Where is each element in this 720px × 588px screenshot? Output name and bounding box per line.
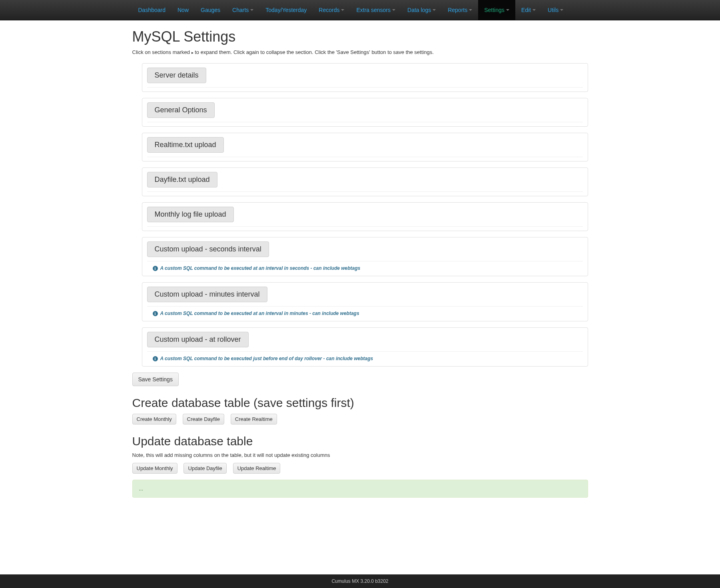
status-alert: ... — [132, 480, 588, 498]
section-info-text: A custom SQL command to be executed at a… — [160, 265, 361, 271]
section-toggle[interactable]: Realtime.txt upload — [147, 137, 224, 153]
nav-item-label: Charts — [232, 6, 249, 14]
nav-item-records[interactable]: Records — [313, 0, 350, 20]
update-realtime-button[interactable]: Update Realtime — [233, 463, 281, 474]
nav-item-extra-sensors[interactable]: Extra sensors — [350, 0, 401, 20]
nav-item-data-logs[interactable]: Data logs — [401, 0, 442, 20]
update-monthly-button[interactable]: Update Monthly — [132, 463, 178, 474]
panel-divider — [147, 157, 583, 157]
nav-item-label: Data logs — [407, 6, 431, 14]
nav-item-now[interactable]: Now — [172, 0, 195, 20]
section-toggle[interactable]: General Options — [147, 102, 215, 118]
settings-panel: Custom upload - minutes intervaliA custo… — [142, 282, 588, 321]
nav-item-dashboard[interactable]: Dashboard — [132, 0, 172, 20]
nav-item-label: Edit — [521, 6, 531, 14]
section-info: iA custom SQL command to be executed at … — [153, 265, 583, 271]
update-dayfile-button[interactable]: Update Dayfile — [183, 463, 226, 474]
nav-item-reports[interactable]: Reports — [442, 0, 478, 20]
nav-item-label: Utils — [548, 6, 558, 14]
nav-item-label: Reports — [448, 6, 467, 14]
chevron-down-icon — [392, 9, 395, 11]
section-info-text: A custom SQL command to be executed just… — [160, 356, 373, 361]
settings-panel: Monthly log file upload — [142, 202, 588, 231]
chevron-down-icon — [560, 9, 563, 11]
settings-panel: Server details — [142, 63, 588, 92]
settings-panel: Custom upload - at rolloveriA custom SQL… — [142, 327, 588, 367]
section-info-text: A custom SQL command to be executed at a… — [160, 311, 359, 316]
panel-divider — [147, 191, 583, 192]
page-title: MySQL Settings — [132, 28, 588, 45]
page-help-text: Click on sections marked ▸ to expand the… — [132, 49, 588, 55]
nav-item-label: Now — [178, 6, 189, 14]
nav-item-label: Gauges — [201, 6, 220, 14]
settings-panel: General Options — [142, 98, 588, 127]
settings-panel: Custom upload - seconds intervaliA custo… — [142, 237, 588, 276]
section-toggle[interactable]: Server details — [147, 68, 206, 83]
settings-panel: Realtime.txt upload — [142, 133, 588, 161]
info-icon: i — [153, 311, 158, 316]
main-navbar: DashboardNowGaugesChartsToday/YesterdayR… — [0, 0, 720, 20]
nav-item-label: Records — [319, 6, 339, 14]
nav-item-edit[interactable]: Edit — [515, 0, 542, 20]
chevron-down-icon — [433, 9, 436, 11]
save-settings-button[interactable]: Save Settings — [132, 373, 179, 386]
nav-item-label: Today/Yesterday — [265, 6, 307, 14]
update-table-heading: Update database table — [132, 435, 588, 448]
panel-divider — [147, 261, 583, 261]
chevron-down-icon — [341, 9, 344, 11]
create-monthly-button[interactable]: Create Monthly — [132, 414, 176, 425]
panel-divider — [147, 122, 583, 122]
section-toggle[interactable]: Custom upload - at rollover — [147, 332, 249, 347]
section-info: iA custom SQL command to be executed jus… — [153, 356, 583, 361]
chevron-down-icon — [533, 9, 536, 11]
nav-item-utils[interactable]: Utils — [542, 0, 569, 20]
panel-divider — [147, 87, 583, 88]
info-icon: i — [153, 266, 158, 271]
panel-divider — [147, 351, 583, 352]
nav-item-label: Extra sensors — [356, 6, 391, 14]
chevron-down-icon — [506, 9, 509, 11]
footer-version: Cumulus MX 3.20.0 b3202 — [331, 578, 388, 584]
section-info: iA custom SQL command to be executed at … — [153, 311, 583, 316]
chevron-down-icon — [469, 9, 472, 11]
chevron-down-icon — [250, 9, 253, 11]
panel-divider — [147, 306, 583, 307]
nav-item-gauges[interactable]: Gauges — [195, 0, 226, 20]
nav-item-charts[interactable]: Charts — [226, 0, 259, 20]
create-realtime-button[interactable]: Create Realtime — [231, 414, 277, 425]
settings-panel: Dayfile.txt upload — [142, 167, 588, 196]
panel-divider — [147, 226, 583, 227]
footer: Cumulus MX 3.20.0 b3202 — [0, 574, 720, 588]
create-dayfile-button[interactable]: Create Dayfile — [183, 414, 224, 425]
section-toggle[interactable]: Custom upload - minutes interval — [147, 287, 267, 302]
info-icon: i — [153, 356, 158, 361]
section-toggle[interactable]: Dayfile.txt upload — [147, 172, 217, 187]
nav-item-label: Dashboard — [138, 6, 166, 14]
nav-item-settings[interactable]: Settings — [478, 0, 515, 20]
nav-item-today-yesterday[interactable]: Today/Yesterday — [259, 0, 313, 20]
section-toggle[interactable]: Monthly log file upload — [147, 207, 234, 222]
section-toggle[interactable]: Custom upload - seconds interval — [147, 241, 269, 257]
nav-item-label: Settings — [484, 6, 505, 14]
update-table-note: Note, this will add missing columns on t… — [132, 452, 588, 458]
create-table-heading: Create database table (save settings fir… — [132, 396, 588, 410]
